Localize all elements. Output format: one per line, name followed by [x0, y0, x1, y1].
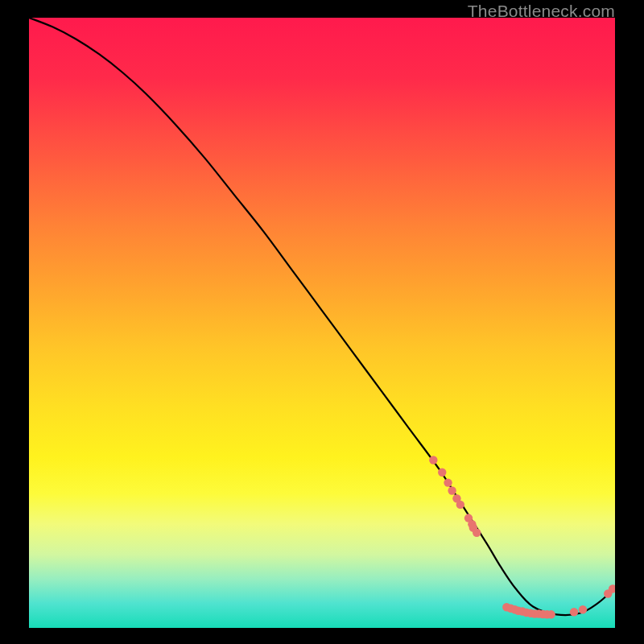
data-point [547, 610, 555, 618]
data-point [579, 605, 587, 613]
chart-frame: TheBottleneck.com [0, 0, 644, 644]
data-point [456, 501, 464, 509]
data-point [444, 478, 452, 486]
bottleneck-curve [29, 18, 615, 615]
data-point [448, 486, 456, 494]
data-point [570, 608, 578, 616]
watermark-text: TheBottleneck.com [468, 2, 615, 21]
data-point [429, 456, 437, 464]
scatter-points [429, 456, 615, 618]
plot-area [29, 18, 615, 628]
data-point [438, 469, 446, 477]
data-point [473, 529, 481, 537]
chart-svg [29, 18, 615, 628]
